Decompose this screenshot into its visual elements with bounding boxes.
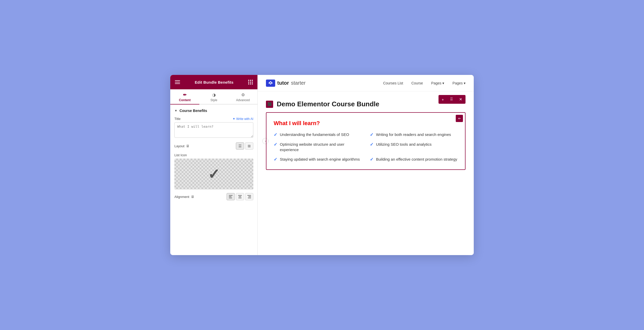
title-field-row: Title ✦ Write with AI	[174, 117, 253, 139]
logo-icon	[266, 80, 275, 87]
toolbar-drag-button[interactable]: ⠿	[447, 95, 456, 104]
checkmark-preview-icon: ✓	[208, 166, 220, 183]
toolbar-close-button[interactable]: ✕	[456, 95, 466, 104]
svg-rect-6	[247, 195, 251, 196]
align-center-button[interactable]	[236, 193, 244, 200]
benefit-text-6: Building an effective content promotion …	[376, 157, 457, 162]
nav-pages-1-label: Pages	[431, 81, 442, 85]
layout-list-button[interactable]: ☰	[236, 142, 244, 150]
benefit-text-3: Optimizing website structure and user ex…	[280, 142, 362, 152]
svg-rect-2	[229, 198, 232, 198]
write-with-ai-button[interactable]: ✦ Write with AI	[232, 117, 253, 121]
svg-rect-5	[238, 198, 242, 198]
panel-tabs: ✏ Content ◑ Style ⚙ Advanced	[170, 89, 257, 105]
check-icon-1: ✓	[274, 132, 277, 137]
benefit-item: ✓ Building an effective content promotio…	[370, 157, 458, 162]
alignment-btn-group	[227, 193, 253, 200]
list-icon-label: List Icon	[174, 153, 187, 157]
tab-style-label: Style	[210, 98, 217, 102]
benefit-text-2: Writing for both readers and search engi…	[376, 132, 451, 137]
collapse-arrow-icon[interactable]: ▼	[174, 109, 177, 112]
check-icon-5: ✓	[274, 157, 277, 162]
svg-rect-1	[229, 196, 231, 197]
layout-field-row: Layout 🖥 ☰ ⊞	[174, 142, 253, 150]
svg-rect-7	[248, 196, 251, 197]
half-circle-icon: ◑	[212, 92, 216, 97]
sparkle-icon: ✦	[232, 117, 235, 121]
layout-btn-group: ☰ ⊞	[236, 142, 253, 150]
check-icon-6: ✓	[370, 157, 373, 162]
benefits-widget-wrapper: ‹ ✏ What I will learn? ✓ Understanding t…	[266, 112, 466, 170]
alignment-field-row: Alignment 🖥	[174, 193, 253, 200]
widget-type-icon: ⬛	[266, 101, 273, 108]
nav-course[interactable]: Course	[411, 81, 423, 85]
layout-grid-button[interactable]: ⊞	[245, 142, 253, 150]
floating-toolbar: + ⠿ ✕	[439, 95, 466, 104]
benefit-item: ✓ Utilizing SEO tools and analytics	[370, 142, 458, 152]
chevron-down-icon-1: ▾	[442, 81, 444, 85]
gear-icon: ⚙	[241, 92, 245, 97]
list-icon-preview[interactable]: ✓	[174, 159, 253, 189]
panel-title: Edit Bundle Benefits	[195, 80, 234, 84]
title-label: Title	[174, 117, 181, 121]
logo-tutor-text: tutor	[277, 80, 289, 86]
site-navbar: tutor starter Courses List Course Pages …	[258, 75, 474, 91]
check-icon-4: ✓	[370, 142, 373, 147]
chevron-down-icon-2: ▾	[464, 81, 466, 85]
check-icon-3: ✓	[274, 142, 277, 147]
benefit-text-4: Utilizing SEO tools and analytics	[376, 142, 432, 147]
alignment-label: Alignment 🖥	[174, 195, 194, 199]
title-textarea[interactable]	[174, 122, 253, 138]
toolbar-add-button[interactable]: +	[439, 95, 447, 104]
monitor-icon: 🖥	[186, 144, 190, 148]
benefit-text-1: Understanding the fundamentals of SEO	[280, 132, 349, 137]
tab-style[interactable]: ◑ Style	[199, 89, 228, 105]
nav-pages-2[interactable]: Pages ▾	[452, 81, 466, 85]
panel-body: ▼ Course Benefits Title ✦ Write with AI	[170, 105, 257, 255]
benefits-heading: What I will learn?	[274, 120, 458, 127]
nav-pages-1[interactable]: Pages ▾	[431, 81, 444, 85]
list-icon-label-row: List Icon	[174, 153, 253, 157]
nav-courses-list[interactable]: Courses List	[383, 81, 403, 85]
benefit-item: ✓ Optimizing website structure and user …	[274, 142, 362, 152]
panel-header: Edit Bundle Benefits	[170, 75, 257, 89]
alignment-label-text: Alignment	[174, 195, 189, 199]
align-right-button[interactable]	[245, 193, 253, 200]
nav-pages-2-label: Pages	[452, 81, 463, 85]
svg-rect-3	[238, 195, 242, 196]
list-icon-field-row: List Icon ✓	[174, 153, 253, 189]
check-icon-2: ✓	[370, 132, 373, 137]
site-logo: tutor starter	[266, 80, 306, 87]
tab-advanced-label: Advanced	[236, 98, 250, 102]
grid-icon[interactable]	[248, 80, 253, 84]
benefit-item: ✓ Understanding the fundamentals of SEO	[274, 132, 362, 137]
align-left-button[interactable]	[227, 193, 235, 200]
monitor-icon-2: 🖥	[191, 195, 194, 199]
section-course-benefits: ▼ Course Benefits	[174, 109, 253, 113]
title-field-label-row: Title ✦ Write with AI	[174, 117, 253, 121]
benefits-widget: ✏ What I will learn? ✓ Understanding the…	[266, 112, 466, 170]
hamburger-icon[interactable]	[175, 80, 180, 84]
benefit-text-5: Staying updated with search engine algor…	[280, 157, 360, 162]
preview-content: + ⠿ ✕ ⬛ Demo Elementor Course Bundle ‹ ✏…	[258, 91, 474, 255]
right-panel: tutor starter Courses List Course Pages …	[258, 75, 474, 255]
benefit-item: ✓ Staying updated with search engine alg…	[274, 157, 362, 162]
logo-starter-text: starter	[291, 80, 306, 86]
benefits-grid: ✓ Understanding the fundamentals of SEO …	[274, 132, 458, 162]
layout-label-text: Layout	[174, 144, 184, 148]
svg-rect-4	[239, 196, 241, 197]
tab-content[interactable]: ✏ Content	[170, 89, 199, 105]
svg-rect-0	[229, 195, 232, 196]
tab-content-label: Content	[179, 98, 191, 102]
benefit-item: ✓ Writing for both readers and search en…	[370, 132, 458, 137]
course-bundle-title: Demo Elementor Course Bundle	[276, 100, 379, 108]
course-title-row: ⬛ Demo Elementor Course Bundle	[266, 100, 466, 108]
left-panel: Edit Bundle Benefits ✏ Content ◑ Style	[170, 75, 258, 255]
layout-label: Layout 🖥	[174, 144, 190, 148]
svg-rect-8	[248, 198, 251, 198]
edit-widget-button[interactable]: ✏	[456, 115, 463, 122]
tab-advanced[interactable]: ⚙ Advanced	[228, 89, 257, 105]
section-title: Course Benefits	[180, 109, 207, 113]
pencil-icon: ✏	[183, 92, 186, 97]
write-with-ai-label: Write with AI	[236, 117, 253, 121]
